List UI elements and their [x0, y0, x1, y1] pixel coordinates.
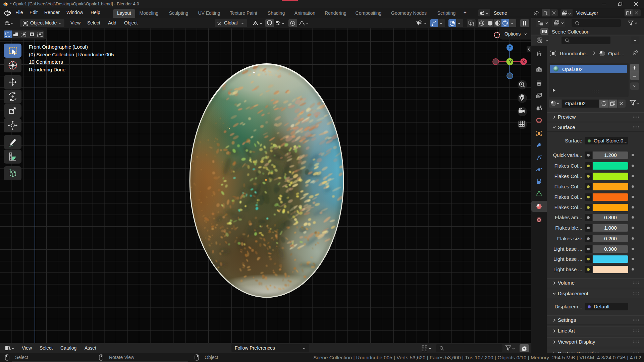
svg-text:-Y: -Y [508, 59, 512, 64]
svg-text:Z: Z [508, 45, 511, 50]
svg-text:X: X [522, 59, 525, 64]
